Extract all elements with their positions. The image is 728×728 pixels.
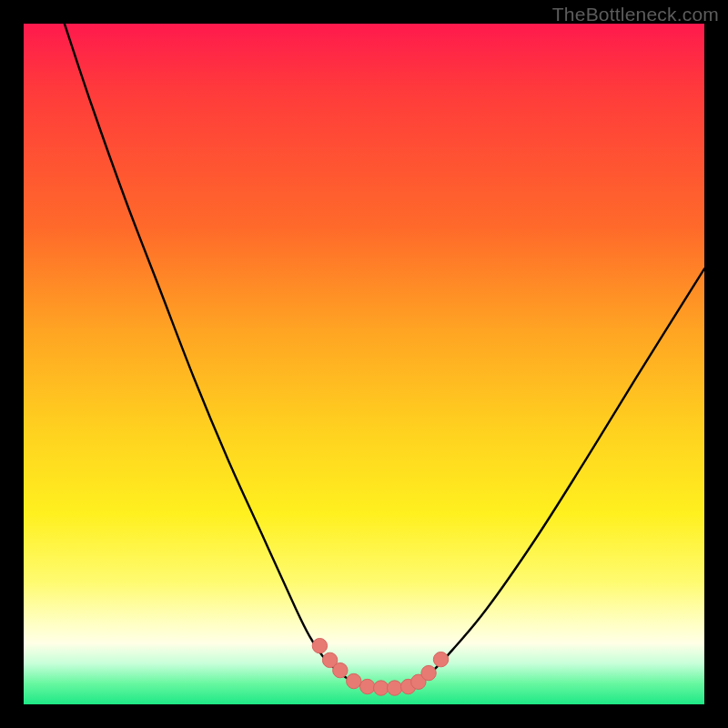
chart-frame: TheBottleneck.com <box>0 0 728 728</box>
marker-layer <box>312 638 449 695</box>
highlight-marker <box>387 681 401 695</box>
highlight-marker <box>374 681 389 695</box>
chart-svg <box>24 24 704 704</box>
attribution-label: TheBottleneck.com <box>552 4 719 25</box>
highlight-marker <box>360 679 375 693</box>
plot-area <box>24 24 704 704</box>
highlight-marker <box>333 662 348 677</box>
highlight-marker <box>433 652 448 666</box>
highlight-marker <box>421 665 436 680</box>
highlight-marker <box>312 638 327 652</box>
highlight-marker <box>347 673 361 688</box>
curve-layer <box>65 24 704 688</box>
bottleneck-curve <box>65 24 704 688</box>
